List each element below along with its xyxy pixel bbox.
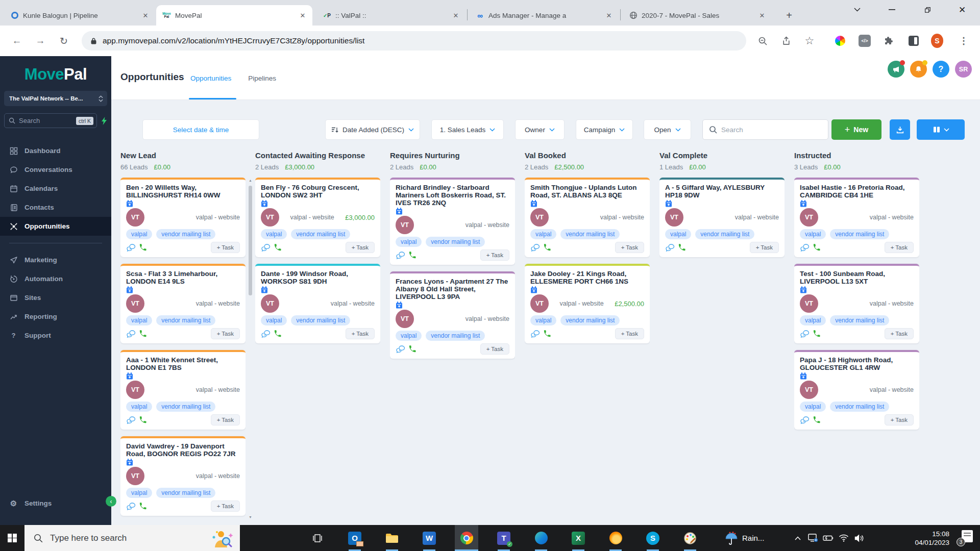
help-button[interactable]: ? <box>933 61 949 78</box>
card-tag[interactable]: vendor mailing list <box>291 229 350 239</box>
phone-icon[interactable] <box>139 502 147 510</box>
sidebar-item-dashboard[interactable]: Dashboard <box>0 141 111 160</box>
opportunity-search[interactable] <box>702 119 828 140</box>
chat-icon[interactable] <box>261 330 271 338</box>
scroll-up-icon[interactable]: ▲ <box>248 179 253 182</box>
opportunity-card[interactable]: Test - 100 Sunbeam Road, LIVERPOOL L13 5… <box>794 264 919 343</box>
bookmark-star-icon[interactable]: ☆ <box>803 35 816 47</box>
phone-icon[interactable] <box>139 330 147 338</box>
taskbar-skype-icon[interactable]: S <box>641 525 665 551</box>
share-icon[interactable] <box>780 35 792 47</box>
calendar-plus-icon[interactable] <box>261 286 268 293</box>
card-avatar[interactable]: VT <box>800 381 818 399</box>
card-tag[interactable]: valpal <box>261 315 287 325</box>
card-avatar[interactable]: VT <box>261 294 279 313</box>
card-tag[interactable]: valpal <box>126 229 152 239</box>
taskbar-chrome-icon[interactable] <box>455 525 478 551</box>
card-tag[interactable]: valpal <box>665 229 691 239</box>
window-close-button[interactable]: ✕ <box>950 0 974 19</box>
phone-icon[interactable] <box>274 243 282 252</box>
taskbar-paint-icon[interactable] <box>678 525 702 551</box>
taskbar-search[interactable]: Type here to search <box>24 525 240 551</box>
tray-volume-icon[interactable] <box>851 534 867 542</box>
card-tag[interactable]: vendor mailing list <box>291 315 350 325</box>
card-tag[interactable]: valpal <box>126 488 152 498</box>
tray-battery-icon[interactable] <box>821 535 836 541</box>
code-extension-icon[interactable]: </> <box>859 35 871 47</box>
color-wheel-extension-icon[interactable] <box>834 35 846 47</box>
card-avatar[interactable]: VT <box>800 208 818 227</box>
card-avatar[interactable]: VT <box>126 467 144 485</box>
phone-icon[interactable] <box>813 243 821 252</box>
calendar-plus-icon[interactable] <box>126 286 133 293</box>
card-avatar[interactable]: VT <box>396 216 414 234</box>
sidebar-item-contacts[interactable]: Contacts <box>0 198 111 217</box>
opportunity-card[interactable]: Papa J - 18 Highworth Road, GLOUCESTER G… <box>794 350 919 430</box>
back-icon[interactable]: ← <box>10 34 23 47</box>
calendar-plus-icon[interactable] <box>261 200 268 207</box>
user-avatar[interactable]: SR <box>955 61 972 78</box>
add-task-button[interactable]: + Task <box>480 343 509 355</box>
sidebar-item-sites[interactable]: Sites <box>0 288 111 307</box>
reload-icon[interactable]: ↻ <box>57 34 70 47</box>
quick-actions-bolt-icon[interactable] <box>101 117 107 125</box>
new-opportunity-button[interactable]: + New <box>831 119 881 140</box>
window-restore-button[interactable] <box>916 0 939 19</box>
sidebar-item-opportunities[interactable]: Opportunities <box>0 217 111 236</box>
tab-close-icon[interactable]: ✕ <box>451 11 460 20</box>
sidebar-item-conversations[interactable]: Conversations <box>0 160 111 179</box>
calendar-plus-icon[interactable] <box>396 302 403 309</box>
taskbar-excel-icon[interactable]: X <box>567 525 590 551</box>
card-avatar[interactable]: VT <box>126 294 144 313</box>
scroll-down-icon[interactable]: ▼ <box>248 515 253 519</box>
owner-dropdown[interactable]: Owner <box>515 119 565 140</box>
sort-dropdown[interactable]: Date Added (DESC) <box>325 119 420 140</box>
opportunity-card[interactable]: Smith Thongjue - Uplands Luton Road, ST.… <box>525 178 650 257</box>
card-tag[interactable]: valpal <box>800 229 826 239</box>
forward-icon[interactable]: → <box>34 34 47 47</box>
campaign-dropdown[interactable]: Campaign <box>576 119 633 140</box>
start-button[interactable] <box>0 525 24 551</box>
chat-icon[interactable] <box>261 244 271 252</box>
import-export-button[interactable] <box>890 119 910 140</box>
add-task-button[interactable]: + Task <box>615 328 644 339</box>
browser-tab-sales[interactable]: 2020-7 - MovePal - Sales ✕ <box>623 5 772 26</box>
opportunity-card[interactable]: Aaa - 1 White Kennet Street, LONDON E1 7… <box>120 350 246 430</box>
puzzle-extensions-icon[interactable] <box>883 35 895 47</box>
card-avatar[interactable]: VT <box>530 294 549 313</box>
chat-icon[interactable] <box>396 345 405 353</box>
calendar-plus-icon[interactable] <box>530 286 537 293</box>
card-avatar[interactable]: VT <box>665 208 683 227</box>
tab-close-icon[interactable]: ✕ <box>141 11 150 20</box>
add-task-button[interactable]: + Task <box>211 500 240 512</box>
card-tag[interactable]: valpal <box>126 402 152 412</box>
tab-search-chevron-icon[interactable] <box>845 0 869 19</box>
phone-icon[interactable] <box>274 330 282 338</box>
phone-icon[interactable] <box>543 243 551 252</box>
sidebar-item-automation[interactable]: Automation <box>0 269 111 288</box>
card-tag[interactable]: vendor mailing list <box>426 331 485 341</box>
card-tag[interactable]: valpal <box>126 315 152 325</box>
task-view-button[interactable] <box>306 525 329 551</box>
card-tag[interactable]: valpal <box>261 229 287 239</box>
add-task-button[interactable]: + Task <box>480 249 509 261</box>
side-panel-icon[interactable] <box>908 35 920 47</box>
tray-wifi-icon[interactable] <box>836 534 851 542</box>
phone-icon[interactable] <box>408 251 416 259</box>
board-view-toggle-button[interactable] <box>917 119 965 140</box>
calendar-plus-icon[interactable] <box>126 200 133 207</box>
weather-status[interactable]: Rain... <box>725 525 764 551</box>
notifications-bell-button[interactable] <box>910 61 927 78</box>
card-tag[interactable]: vendor mailing list <box>830 402 889 412</box>
card-avatar[interactable]: VT <box>800 294 818 313</box>
browser-tab-valpal[interactable]: ✓P :: ValPal :: ✕ <box>316 5 465 26</box>
card-tag[interactable]: vendor mailing list <box>156 315 215 325</box>
calendar-plus-icon[interactable] <box>530 200 537 207</box>
card-tag[interactable]: vendor mailing list <box>830 229 889 239</box>
tab-close-icon[interactable]: ✕ <box>757 11 767 20</box>
chat-icon[interactable] <box>126 416 136 424</box>
opportunity-card[interactable]: A - 5 Giffard Way, AYLESBURY HP18 9DW VT… <box>659 178 785 257</box>
taskbar-outlook-icon[interactable]: O <box>343 525 366 551</box>
chat-icon[interactable] <box>530 330 540 338</box>
browser-tab-ads-manager[interactable]: ∞ Ads Manager - Manage a ✕ <box>470 5 619 26</box>
